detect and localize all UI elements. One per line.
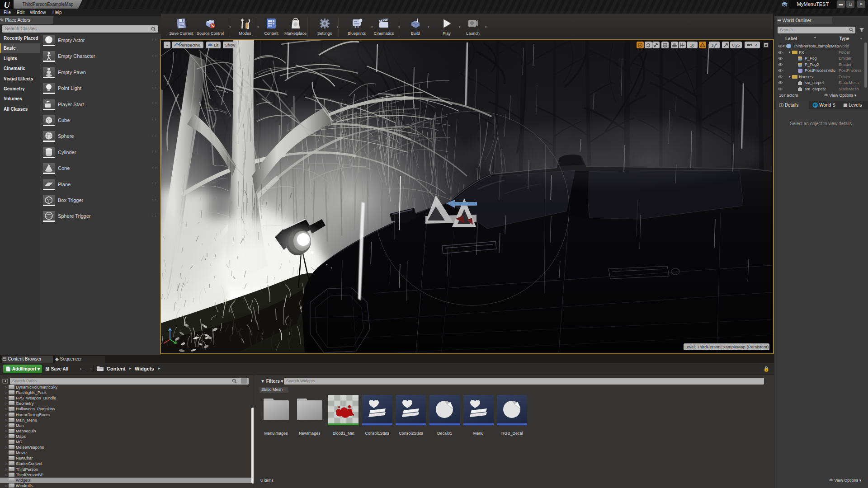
svg-text:0.25: 0.25	[732, 43, 740, 47]
svg-text:▾: ▾	[166, 43, 168, 47]
svg-text:Show: Show	[225, 43, 236, 47]
svg-text:10: 10	[690, 43, 694, 47]
svg-text:10°: 10°	[712, 43, 717, 47]
svg-text:Lit: Lit	[214, 43, 218, 47]
svg-text:Level: ThirdPersonExampleMap (: Level: ThirdPersonExampleMap (Persistent…	[684, 344, 769, 349]
svg-text:Perspective: Perspective	[179, 43, 200, 47]
svg-text:4: 4	[755, 43, 757, 47]
